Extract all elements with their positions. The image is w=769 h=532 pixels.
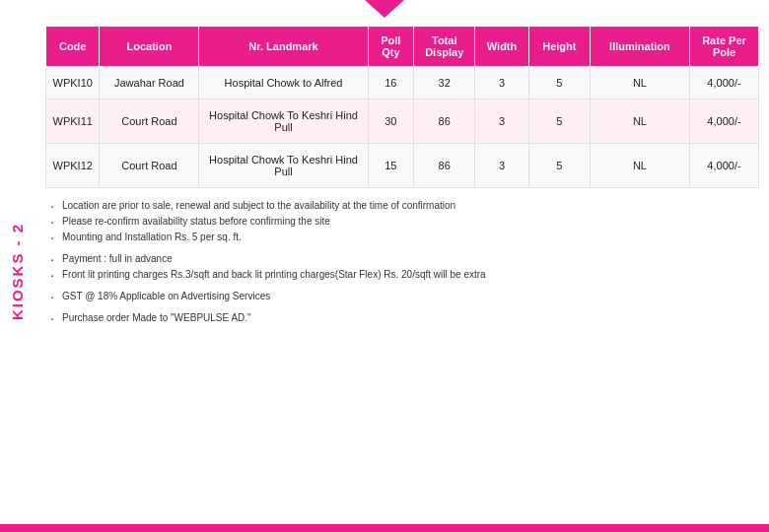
cell-location-0: Jawahar Road <box>100 67 199 100</box>
note-item: Purchase order Made to "WEBPULSE AD." <box>50 310 759 326</box>
cell-landmark-1: Hospital Chowk To Keshri Hind Pull <box>199 100 368 144</box>
cell-location-1: Court Road <box>100 100 199 144</box>
note-item: GST @ 18% Applicable on Advertising Serv… <box>50 289 759 304</box>
header-rate: Rate Per Pole <box>689 27 758 67</box>
cell-width-1: 3 <box>475 100 528 144</box>
cell-height-0: 5 <box>528 67 590 100</box>
cell-total-1: 86 <box>414 100 475 144</box>
header-landmark: Nr. Landmark <box>199 27 368 67</box>
header-location: Location <box>100 27 199 67</box>
cell-landmark-0: Hospital Chowk to Alfred <box>199 67 368 100</box>
note-item: Mounting and Installation Rs. 5 per sq. … <box>50 230 759 245</box>
cell-total-0: 32 <box>414 67 475 100</box>
cell-width-2: 3 <box>475 144 528 188</box>
header-height: Height <box>528 27 590 67</box>
cell-illumination-1: NL <box>590 100 689 144</box>
cell-height-2: 5 <box>528 144 590 188</box>
cell-width-0: 3 <box>475 67 528 100</box>
cell-total-2: 86 <box>414 144 475 188</box>
cell-code-1: WPKI11 <box>46 100 100 144</box>
bottom-bar-decoration <box>0 524 769 532</box>
cell-location-2: Court Road <box>100 144 199 188</box>
cell-code-0: WPKI10 <box>46 67 100 100</box>
table-header-row: Code Location Nr. Landmark Poll Qty Tota… <box>46 27 759 67</box>
notes-group-3: GST @ 18% Applicable on Advertising Serv… <box>50 289 759 304</box>
header-total-display: Total Display <box>414 27 475 67</box>
cell-rate-0: 4,000/- <box>689 67 758 100</box>
notes-section: Location are prior to sale, renewal and … <box>45 198 759 326</box>
data-table: Code Location Nr. Landmark Poll Qty Tota… <box>45 26 759 188</box>
notes-group-2: Payment : full in advance Front lit prin… <box>50 251 759 283</box>
cell-illumination-2: NL <box>590 144 689 188</box>
cell-height-1: 5 <box>528 100 590 144</box>
note-item: Front lit printing charges Rs.3/sqft and… <box>50 267 759 283</box>
kiosks-label: KIOSKS - 2 <box>0 18 35 524</box>
note-item: Please re-confirm availability status be… <box>50 214 759 230</box>
cell-rate-1: 4,000/- <box>689 100 758 144</box>
cell-landmark-2: Hospital Chowk To Keshri Hind Pull <box>199 144 368 188</box>
cell-code-2: WPKI12 <box>46 144 100 188</box>
cell-poll-0: 16 <box>368 67 414 100</box>
header-illumination: Illumination <box>590 27 689 67</box>
header-code: Code <box>46 27 100 67</box>
cell-illumination-0: NL <box>590 67 689 100</box>
note-item: Payment : full in advance <box>50 251 759 267</box>
notes-group-1: Location are prior to sale, renewal and … <box>50 198 759 245</box>
cell-poll-1: 30 <box>368 100 414 144</box>
cell-poll-2: 15 <box>368 144 414 188</box>
header-poll-qty: Poll Qty <box>368 27 414 67</box>
cell-rate-2: 4,000/- <box>689 144 758 188</box>
note-item: Location are prior to sale, renewal and … <box>50 198 759 214</box>
main-content: Code Location Nr. Landmark Poll Qty Tota… <box>35 18 769 524</box>
table-row: WPKI10 Jawahar Road Hospital Chowk to Al… <box>46 67 759 100</box>
header-width: Width <box>475 27 528 67</box>
notes-group-4: Purchase order Made to "WEBPULSE AD." <box>50 310 759 326</box>
top-triangle-decoration <box>365 0 404 18</box>
table-row: WPKI11 Court Road Hospital Chowk To Kesh… <box>46 100 759 144</box>
table-row: WPKI12 Court Road Hospital Chowk To Kesh… <box>46 144 759 188</box>
